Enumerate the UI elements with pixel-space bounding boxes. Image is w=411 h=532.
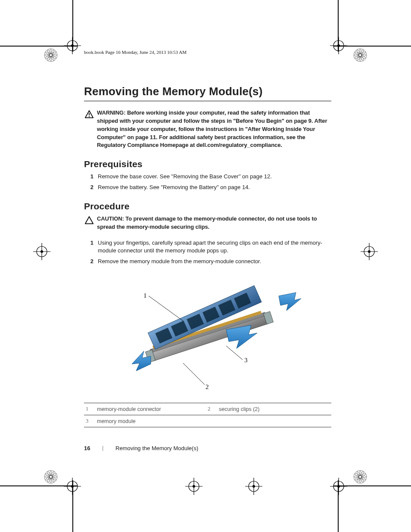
diagram-legend: 1 memory-module connector 2 securing cli… [84, 403, 331, 427]
warning-block: WARNING: Before working inside your comp… [84, 109, 331, 149]
svg-point-11 [47, 471, 55, 482]
svg-point-19 [354, 473, 366, 481]
registration-cross-icon [33, 243, 50, 260]
registration-rosette-icon [43, 469, 59, 485]
svg-point-6 [354, 54, 366, 56]
list-item: 1Remove the base cover. See "Removing th… [84, 173, 331, 181]
step-number: 2 [84, 258, 98, 266]
step-text: Using your fingertips, carefully spread … [98, 239, 331, 255]
warning-text: WARNING: Before working inside your comp… [97, 109, 331, 149]
svg-point-20 [354, 476, 366, 478]
svg-point-54 [252, 485, 255, 488]
svg-point-50 [193, 485, 195, 488]
svg-point-1 [50, 49, 52, 61]
list-item: 2Remove the memory module from the memor… [84, 258, 331, 266]
svg-line-70 [183, 363, 205, 385]
list-item: 1Using your fingertips, carefully spread… [84, 239, 331, 255]
svg-line-69 [149, 296, 183, 321]
registration-rosette-icon [352, 47, 368, 63]
svg-point-0 [44, 49, 57, 62]
title-underline [84, 101, 331, 101]
legend-cell: 1 memory-module connector [86, 406, 208, 412]
svg-point-12 [45, 473, 56, 481]
svg-point-15 [47, 471, 55, 482]
diagram-label: 2 [206, 383, 209, 390]
svg-point-30 [337, 44, 340, 47]
svg-point-9 [44, 470, 57, 483]
registration-rosette-icon [43, 47, 59, 63]
registration-cross-icon [185, 478, 202, 495]
warning-label: WARNING: [97, 109, 127, 116]
legend-row: 1 memory-module connector 2 securing cli… [84, 403, 331, 415]
legend-number: 2 [208, 406, 219, 412]
svg-point-26 [71, 44, 74, 47]
step-number: 1 [84, 173, 98, 181]
svg-point-5 [354, 51, 366, 59]
caution-body: To prevent damage to the memory-module c… [97, 215, 317, 230]
diagram-label: 1 [143, 292, 147, 299]
prerequisites-list: 1Remove the base cover. See "Removing th… [84, 173, 331, 192]
diagram-label: 3 [244, 357, 248, 364]
svg-point-16 [354, 470, 367, 483]
registration-cross-icon [64, 478, 81, 495]
step-text: Remove the battery. See "Removing the Ba… [98, 184, 331, 192]
footer-section-name: Removing the Memory Module(s) [115, 445, 198, 451]
step-text: Remove the base cover. See "Removing the… [98, 173, 331, 181]
caution-label: CAUTION: [97, 215, 125, 222]
svg-line-71 [226, 346, 243, 360]
legend-row: 3 memory module [84, 415, 331, 427]
svg-point-10 [50, 471, 52, 483]
step-number: 1 [84, 239, 98, 255]
page-footer: 16 | Removing the Memory Module(s) [84, 445, 198, 451]
legend-text: securing clips (2) [219, 406, 259, 412]
caution-icon [84, 216, 94, 227]
memory-module-diagram: 1 2 3 [110, 278, 304, 394]
legend-text: memory-module connector [97, 406, 161, 412]
svg-point-13 [45, 476, 57, 478]
registration-cross-icon [245, 478, 262, 495]
svg-point-18 [356, 471, 364, 482]
svg-point-17 [359, 471, 361, 483]
svg-point-46 [368, 250, 371, 253]
caution-text: CAUTION: To prevent damage to the memory… [97, 215, 331, 231]
arrow-icon [279, 292, 301, 311]
procedure-list: 1Using your fingertips, carefully spread… [84, 239, 331, 266]
svg-point-4 [356, 49, 364, 61]
svg-point-56 [89, 116, 90, 117]
legend-number: 3 [86, 418, 97, 424]
registration-cross-icon [64, 37, 81, 54]
svg-point-3 [359, 49, 361, 61]
prerequisites-heading: Prerequisites [84, 159, 331, 169]
svg-point-22 [356, 471, 364, 482]
svg-point-21 [354, 473, 366, 481]
legend-text: memory module [97, 418, 136, 424]
registration-rosette-icon [352, 469, 368, 485]
svg-point-8 [356, 49, 364, 61]
legend-number: 1 [86, 406, 97, 412]
warning-body: Before working inside your computer, rea… [97, 109, 327, 148]
legend-cell: 3 memory module [86, 418, 208, 424]
registration-cross-icon [361, 243, 378, 260]
step-text: Remove the memory module from the memory… [98, 258, 331, 266]
warning-icon [84, 110, 94, 121]
svg-point-14 [45, 473, 56, 481]
svg-point-2 [354, 49, 367, 62]
legend-cell: 2 securing clips (2) [208, 406, 330, 412]
registration-cross-icon [330, 37, 347, 54]
step-number: 2 [84, 184, 98, 192]
registration-cross-icon [330, 478, 347, 495]
svg-point-34 [71, 485, 74, 488]
caution-block: CAUTION: To prevent damage to the memory… [84, 215, 331, 231]
svg-point-38 [337, 485, 340, 488]
legend-cell [208, 418, 330, 424]
svg-point-42 [40, 250, 43, 253]
print-header: book.book Page 16 Monday, June 24, 2013 … [84, 50, 331, 55]
page-number: 16 [84, 445, 90, 451]
page-title: Removing the Memory Module(s) [84, 85, 331, 98]
svg-point-7 [354, 51, 366, 59]
list-item: 2Remove the battery. See "Removing the B… [84, 184, 331, 192]
procedure-heading: Procedure [84, 201, 331, 212]
footer-separator: | [102, 445, 103, 451]
